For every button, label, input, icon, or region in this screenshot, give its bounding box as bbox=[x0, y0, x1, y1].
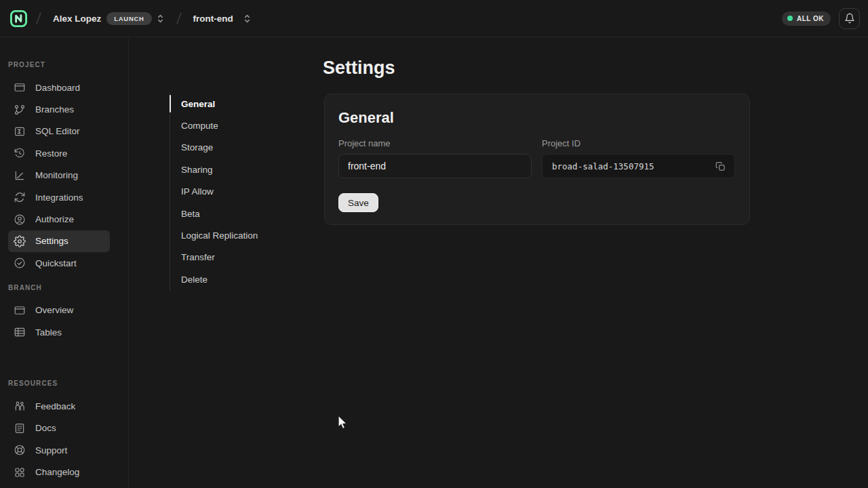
sidebar-item-label: Changelog bbox=[35, 467, 79, 477]
dashboard-icon bbox=[14, 81, 26, 94]
subnav-item-general[interactable]: General bbox=[170, 93, 295, 115]
project-chevron-updown-icon[interactable] bbox=[243, 14, 252, 24]
tables-icon bbox=[14, 326, 26, 338]
subnav-item-beta[interactable]: Beta bbox=[170, 203, 295, 224]
sidebar-section-project: PROJECT bbox=[8, 61, 120, 68]
sidebar-item-feedback[interactable]: Feedback bbox=[8, 395, 120, 417]
sidebar-item-restore[interactable]: Restore bbox=[8, 142, 120, 164]
sql-editor-icon bbox=[14, 125, 26, 138]
card-title: General bbox=[338, 109, 394, 127]
sidebar-item-sql-editor[interactable]: SQL Editor bbox=[8, 121, 120, 142]
sidebar-item-monitoring[interactable]: Monitoring bbox=[8, 165, 120, 186]
sidebar-item-integrations[interactable]: Integrations bbox=[8, 186, 120, 208]
sidebar-item-changelog[interactable]: Changelog bbox=[8, 461, 120, 483]
sidebar-item-authorize[interactable]: Authorize bbox=[8, 208, 120, 230]
sidebar-item-label: Tables bbox=[35, 327, 62, 338]
sidebar-item-label: Docs bbox=[35, 423, 56, 433]
sidebar-item-tables[interactable]: Tables bbox=[8, 321, 120, 343]
subnav-label: Storage bbox=[181, 142, 213, 152]
feedback-users-icon bbox=[14, 400, 26, 412]
status-label: ALL OK bbox=[797, 15, 824, 22]
monitoring-chart-icon bbox=[14, 169, 26, 182]
sidebar-item-label: Restore bbox=[35, 148, 67, 159]
sidebar-section-branch: BRANCH bbox=[8, 284, 120, 291]
copy-icon bbox=[715, 161, 726, 171]
authorize-user-icon bbox=[14, 214, 26, 226]
sidebar-item-label: Dashboard bbox=[35, 83, 80, 93]
subnav-item-logical-replication[interactable]: Logical Replication bbox=[170, 224, 295, 246]
sidebar-section-resources: RESOURCES bbox=[8, 380, 120, 387]
project-id-field bbox=[542, 154, 735, 178]
integrations-icon bbox=[14, 191, 26, 203]
sidebar-item-label: Integrations bbox=[35, 192, 83, 203]
subnav-item-compute[interactable]: Compute bbox=[170, 115, 295, 136]
sidebar-item-label: Authorize bbox=[35, 214, 74, 224]
project-name-input[interactable] bbox=[338, 154, 532, 178]
subnav-label: Logical Replication bbox=[181, 230, 258, 241]
sidebar-item-label: Monitoring bbox=[35, 170, 78, 180]
bell-icon bbox=[844, 13, 855, 24]
status-badge[interactable]: ALL OK bbox=[782, 12, 831, 26]
project-id-label: Project ID bbox=[542, 138, 580, 148]
sidebar-item-settings[interactable]: Settings bbox=[8, 230, 110, 252]
page-title: Settings bbox=[323, 58, 395, 79]
subnav-item-ip-allow[interactable]: IP Allow bbox=[170, 181, 295, 203]
notifications-button[interactable] bbox=[839, 8, 860, 29]
sidebar: PROJECT Dashboard Branches SQL Editor Re… bbox=[0, 38, 129, 488]
sidebar-item-support[interactable]: Support bbox=[8, 439, 120, 461]
general-settings-card: General Project name Project ID Save bbox=[324, 94, 750, 225]
gear-icon bbox=[14, 235, 26, 247]
sidebar-item-dashboard[interactable]: Dashboard bbox=[8, 77, 120, 98]
sidebar-item-label: Overview bbox=[35, 305, 73, 315]
sidebar-item-label: Support bbox=[35, 445, 67, 455]
docs-file-icon bbox=[14, 422, 26, 434]
subnav-item-delete[interactable]: Delete bbox=[170, 268, 295, 290]
subnav-label: IP Allow bbox=[181, 186, 214, 197]
sidebar-item-overview[interactable]: Overview bbox=[8, 300, 120, 321]
breadcrumb-slash-icon bbox=[172, 11, 186, 26]
active-indicator bbox=[170, 95, 172, 113]
sidebar-item-label: Feedback bbox=[35, 401, 75, 411]
sidebar-item-quickstart[interactable]: Quickstart bbox=[8, 252, 120, 274]
status-dot-icon bbox=[787, 16, 793, 21]
sidebar-item-label: Branches bbox=[35, 104, 74, 115]
breadcrumb-slash-icon bbox=[31, 11, 46, 26]
subnav-label: Compute bbox=[181, 121, 218, 131]
neon-logo[interactable] bbox=[8, 8, 28, 28]
changelog-grid-icon bbox=[14, 466, 26, 479]
sidebar-item-label: Quickstart bbox=[35, 258, 77, 268]
copy-project-id-button[interactable] bbox=[711, 157, 729, 175]
subnav-label: Sharing bbox=[181, 165, 213, 175]
sidebar-item-docs[interactable]: Docs bbox=[8, 418, 120, 439]
sidebar-item-branches[interactable]: Branches bbox=[8, 98, 120, 120]
project-switcher[interactable]: front-end bbox=[193, 14, 233, 24]
plan-badge[interactable]: LAUNCH bbox=[106, 12, 151, 25]
subnav-item-storage[interactable]: Storage bbox=[170, 137, 295, 159]
org-chevron-updown-icon[interactable] bbox=[156, 14, 165, 24]
subnav-item-transfer[interactable]: Transfer bbox=[170, 247, 295, 268]
save-button[interactable]: Save bbox=[338, 193, 378, 212]
sidebar-item-label: SQL Editor bbox=[35, 126, 80, 136]
settings-subnav: General Compute Storage Sharing IP Allow… bbox=[170, 93, 295, 291]
overview-window-icon bbox=[14, 304, 26, 317]
subnav-label: Delete bbox=[181, 274, 208, 285]
check-circle-icon bbox=[14, 257, 26, 269]
sidebar-item-label: Settings bbox=[35, 236, 68, 246]
git-branch-icon bbox=[14, 104, 26, 116]
subnav-label: Beta bbox=[181, 209, 200, 219]
project-name-label: Project name bbox=[338, 138, 391, 148]
restore-history-icon bbox=[14, 147, 26, 159]
org-switcher[interactable]: Alex Lopez bbox=[53, 14, 101, 24]
mouse-cursor bbox=[336, 414, 349, 432]
subnav-label: General bbox=[181, 99, 215, 109]
subnav-label: Transfer bbox=[181, 252, 215, 262]
subnav-item-sharing[interactable]: Sharing bbox=[170, 159, 295, 180]
top-header: Alex Lopez LAUNCH front-end ALL OK bbox=[0, 0, 868, 37]
support-lifebuoy-icon bbox=[14, 444, 26, 456]
project-id-value[interactable] bbox=[552, 161, 711, 171]
